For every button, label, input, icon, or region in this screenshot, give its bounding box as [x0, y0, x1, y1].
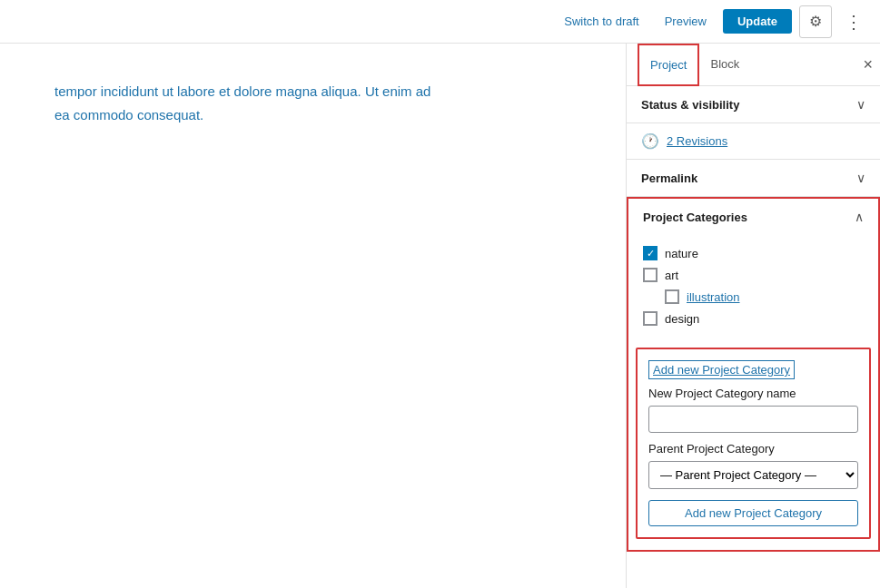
add-category-panel: Add new Project Category New Project Cat… [636, 348, 871, 539]
content-text: tempor incididunt ut labore et dolore ma… [54, 80, 571, 126]
project-categories-section: Project Categories ∧ ✓ nature art illust… [627, 197, 880, 552]
content-line-1: tempor incididunt ut labore et dolore ma… [54, 80, 571, 103]
illustration-label[interactable]: illustration [687, 290, 740, 304]
permalink-section: Permalink ∨ [627, 160, 880, 197]
status-visibility-chevron: ∨ [856, 97, 865, 112]
gear-icon: ⚙ [809, 13, 822, 30]
tab-project[interactable]: Project [638, 44, 699, 86]
nature-checkbox[interactable]: ✓ [643, 246, 658, 260]
add-new-category-link[interactable]: Add new Project Category [648, 360, 795, 379]
add-category-submit-button[interactable]: Add new Project Category [648, 500, 858, 526]
revisions-link[interactable]: 2 Revisions [667, 134, 727, 148]
permalink-chevron: ∨ [856, 171, 865, 185]
parent-category-label: Parent Project Category [648, 442, 858, 456]
design-label[interactable]: design [665, 312, 699, 326]
main-content: tempor incididunt ut labore et dolore ma… [0, 44, 626, 588]
list-item: art [643, 264, 864, 286]
art-label[interactable]: art [665, 269, 678, 282]
revisions-clock-icon: 🕐 [641, 132, 659, 150]
permalink-title: Permalink [641, 172, 697, 185]
categories-list: ✓ nature art illustration design [628, 235, 878, 340]
illustration-checkbox[interactable] [665, 289, 679, 304]
preview-button[interactable]: Preview [656, 9, 716, 34]
tab-block[interactable]: Block [699, 44, 750, 85]
sidebar-tabs: Project Block × [627, 44, 880, 86]
list-item: ✓ nature [643, 242, 864, 264]
more-icon: ⋮ [845, 12, 864, 32]
toolbar: Switch to draft Preview Update ⚙ ⋮ [0, 0, 880, 44]
list-item: illustration [643, 286, 864, 308]
revisions-row: 🕐 2 Revisions [627, 123, 880, 160]
switch-to-draft-button[interactable]: Switch to draft [555, 9, 648, 34]
list-item: design [643, 308, 864, 329]
gear-button[interactable]: ⚙ [799, 5, 832, 38]
status-visibility-header[interactable]: Status & visibility ∨ [627, 86, 880, 122]
project-categories-title: Project Categories [643, 211, 747, 224]
art-checkbox[interactable] [643, 268, 658, 282]
close-sidebar-button[interactable]: × [863, 56, 873, 73]
nature-label[interactable]: nature [665, 247, 698, 260]
content-line-2: ea commodo consequat. [54, 103, 571, 127]
status-visibility-title: Status & visibility [641, 98, 739, 112]
update-button[interactable]: Update [723, 9, 792, 34]
parent-category-select[interactable]: — Parent Project Category — [648, 461, 858, 489]
project-categories-header[interactable]: Project Categories ∧ [628, 199, 878, 235]
status-visibility-section: Status & visibility ∨ [627, 86, 880, 123]
new-category-name-input[interactable] [648, 406, 858, 433]
more-options-button[interactable]: ⋮ [839, 7, 869, 36]
project-categories-chevron: ∧ [855, 210, 864, 224]
sidebar: Project Block × Status & visibility ∨ 🕐 … [626, 44, 880, 588]
design-checkbox[interactable] [643, 311, 658, 326]
permalink-header[interactable]: Permalink ∨ [627, 160, 880, 196]
new-category-name-label: New Project Category name [648, 387, 858, 400]
